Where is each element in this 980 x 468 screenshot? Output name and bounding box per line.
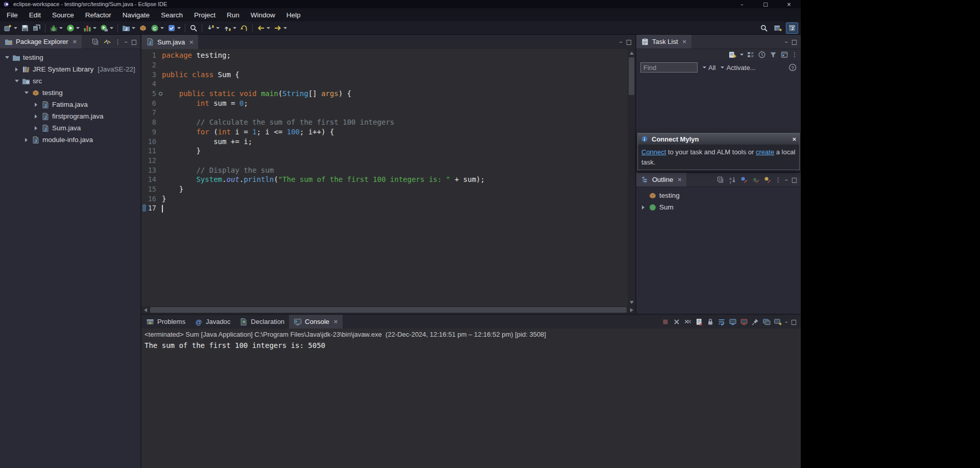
package-explorer-minimize-button[interactable]: – xyxy=(125,39,128,45)
outline-item-testing[interactable]: testing xyxy=(636,190,801,201)
toolbar-button-run[interactable] xyxy=(65,22,81,34)
task-list-maximize-button[interactable]: □ xyxy=(792,39,797,45)
menu-run[interactable]: Run xyxy=(221,8,245,21)
toolbar-button-java-perspective[interactable]: J xyxy=(786,22,798,34)
outline-minimize-button[interactable]: – xyxy=(785,177,788,183)
menu-search[interactable]: Search xyxy=(155,8,188,21)
console-scroll-lock-button[interactable] xyxy=(706,318,714,326)
console-clear-console-button[interactable] xyxy=(695,318,703,326)
console-show-stdout-button[interactable] xyxy=(729,318,737,326)
toolbar-button-new-class[interactable]: C xyxy=(149,22,165,34)
toolbar-button-save[interactable] xyxy=(19,22,31,34)
console-minimize-button[interactable]: – xyxy=(785,319,788,325)
toolbar-button-last-edit-location[interactable] xyxy=(238,22,250,34)
console-tab-close-icon[interactable]: × xyxy=(333,318,338,325)
line-number[interactable]: 4 xyxy=(141,80,161,88)
outline-sort-button[interactable]: az xyxy=(728,176,736,184)
task-list-help-button[interactable]: ? xyxy=(788,63,797,72)
outline-collapse-all-button[interactable] xyxy=(716,176,725,184)
package-explorer-collapse-all-button[interactable] xyxy=(91,38,100,46)
toolbar-button-quick-search[interactable] xyxy=(758,22,770,34)
line-number[interactable]: 9 xyxy=(141,128,161,136)
mylyn-link-create[interactable]: create xyxy=(756,148,774,156)
task-list-close-icon[interactable]: × xyxy=(682,38,687,45)
dropdown-caret-icon[interactable] xyxy=(13,27,17,29)
task-filter-activate[interactable]: Activate... xyxy=(720,64,755,72)
tree-item-fatima-java[interactable]: JFatima.java xyxy=(0,99,140,110)
scroll-up-button[interactable] xyxy=(628,49,635,57)
chevron-down-icon[interactable] xyxy=(23,91,29,94)
tree-item-src[interactable]: src xyxy=(0,75,140,87)
horizontal-scrollbar[interactable] xyxy=(141,306,635,314)
task-list-new-task-button[interactable] xyxy=(728,51,736,59)
chevron-down-icon[interactable] xyxy=(14,80,19,82)
dropdown-caret-icon[interactable] xyxy=(177,27,181,29)
task-list-tab[interactable]: Task List × xyxy=(636,35,691,49)
chevron-down-icon[interactable] xyxy=(4,56,10,59)
task-find-input[interactable] xyxy=(640,62,698,73)
line-number[interactable]: 6 xyxy=(141,99,161,107)
toolbar-button-back[interactable] xyxy=(255,22,272,34)
dropdown-caret-icon[interactable] xyxy=(59,27,63,29)
code-editor[interactable]: 1package testing;23public class Sum {45 … xyxy=(141,49,628,306)
chevron-right-icon[interactable] xyxy=(640,205,646,209)
line-number[interactable]: 10 xyxy=(141,137,161,146)
line-number[interactable]: 11 xyxy=(141,147,161,155)
package-explorer-close-icon[interactable]: × xyxy=(73,38,77,45)
outline-view-menu-button[interactable]: ⋮ xyxy=(775,177,781,183)
line-number[interactable]: 7 xyxy=(141,108,161,116)
console-show-stderr-button[interactable] xyxy=(740,318,748,326)
menu-source[interactable]: Source xyxy=(46,8,80,21)
tree-item-testing[interactable]: testing xyxy=(0,52,140,63)
console-word-wrap-button[interactable] xyxy=(718,318,726,326)
mylyn-close-icon[interactable]: × xyxy=(792,136,797,143)
dropdown-caret-icon[interactable] xyxy=(160,27,164,29)
toolbar-button-new-java-project[interactable]: J xyxy=(121,22,137,34)
tab-declaration[interactable]: Declaration xyxy=(235,315,289,329)
task-list-focus-workweek-button[interactable] xyxy=(780,51,788,59)
toolbar-button-previous-annotation[interactable] xyxy=(222,22,238,34)
line-number[interactable]: 2 xyxy=(141,61,161,69)
task-filter-all[interactable]: All xyxy=(702,64,715,72)
tree-item-jre-system-library[interactable]: JRE System Library[JavaSE-22] xyxy=(0,63,140,75)
toolbar-button-coverage[interactable] xyxy=(82,22,98,34)
toolbar-button-open-task[interactable] xyxy=(166,22,182,34)
line-number[interactable]: 8 xyxy=(141,118,161,126)
line-number[interactable]: 13 xyxy=(141,166,161,174)
menu-help[interactable]: Help xyxy=(281,8,306,21)
package-explorer-link-with-editor-button[interactable] xyxy=(103,38,111,46)
menu-project[interactable]: Project xyxy=(188,8,221,21)
dropdown-caret-icon[interactable] xyxy=(76,27,80,29)
tab-javadoc[interactable]: @Javadoc xyxy=(190,315,235,329)
chevron-right-icon[interactable] xyxy=(14,67,19,72)
dropdown-caret-icon[interactable] xyxy=(109,27,113,29)
outline-close-icon[interactable]: × xyxy=(677,176,682,183)
menu-window[interactable]: Window xyxy=(245,8,281,21)
line-number[interactable]: 1 xyxy=(141,51,161,59)
menu-refactor[interactable]: Refactor xyxy=(80,8,117,21)
mylyn-link-connect[interactable]: Connect xyxy=(641,148,666,156)
editor-maximize-button[interactable]: □ xyxy=(626,39,632,45)
task-list-scheduled-button[interactable] xyxy=(758,51,766,59)
menu-navigate[interactable]: Navigate xyxy=(117,8,155,21)
outline-maximize-button[interactable]: □ xyxy=(792,177,797,183)
line-number[interactable]: 16 xyxy=(141,195,161,203)
scroll-right-button[interactable] xyxy=(628,306,635,314)
dropdown-caret-icon[interactable] xyxy=(131,27,135,29)
tree-item-firstprogram-java[interactable]: Jfirstprogram.java xyxy=(0,110,140,122)
line-number[interactable]: 14 xyxy=(141,175,161,183)
task-list-filter-completed-button[interactable] xyxy=(769,51,777,59)
outline-item-sum[interactable]: Sum xyxy=(636,201,801,213)
toolbar-button-external-tools[interactable] xyxy=(99,22,115,34)
vertical-scrollbar-thumb[interactable] xyxy=(629,57,634,95)
package-explorer-maximize-button[interactable]: □ xyxy=(131,39,137,45)
toolbar-button-open-perspective[interactable] xyxy=(772,22,783,34)
console-maximize-button[interactable]: □ xyxy=(791,319,797,325)
chevron-right-icon[interactable] xyxy=(23,138,29,142)
line-number[interactable]: 5 xyxy=(141,89,161,98)
dropdown-caret-icon[interactable] xyxy=(216,27,220,29)
line-number[interactable]: 15 xyxy=(141,185,161,193)
vertical-scrollbar[interactable] xyxy=(628,49,635,306)
line-number[interactable]: 17 xyxy=(141,204,161,212)
dropdown-caret-icon[interactable] xyxy=(266,27,270,29)
